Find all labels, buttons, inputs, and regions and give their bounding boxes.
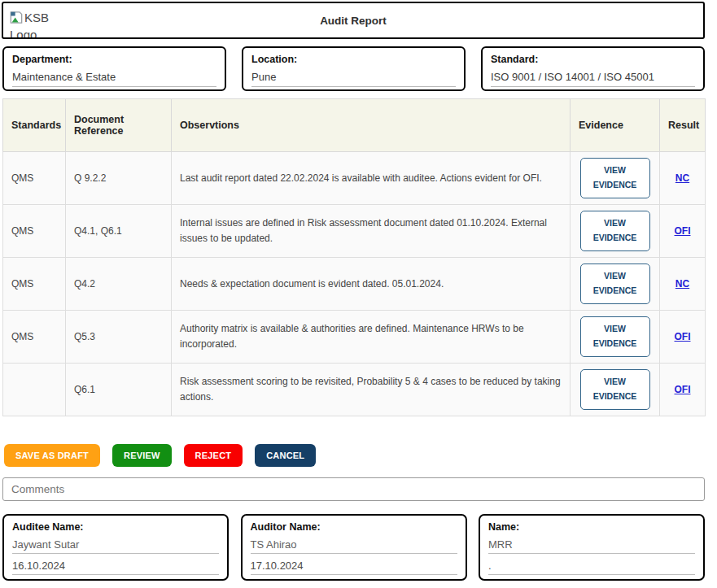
location-value[interactable]: Pune xyxy=(251,71,456,87)
cell-standard: QMS xyxy=(3,152,66,205)
reject-button[interactable]: REJECT xyxy=(184,444,243,467)
result-link[interactable]: OFI xyxy=(675,225,691,237)
col-header-document-reference: Document Reference xyxy=(66,99,172,152)
col-header-standards: Standards xyxy=(3,99,66,152)
report-header: KSB Logo Audit Report xyxy=(2,2,705,39)
view-evidence-button[interactable]: VIEW EVIDENCE xyxy=(580,264,650,304)
signatures-row: Auditee Name: Jaywant Sutar 16.10.2024 A… xyxy=(2,514,705,581)
result-link[interactable]: OFI xyxy=(675,331,691,342)
standard-field: Standard: ISO 9001 / ISO 14001 / ISO 450… xyxy=(481,46,705,91)
cell-standard xyxy=(3,364,66,416)
name-date-value[interactable]: . xyxy=(488,560,695,575)
top-fields-row: Department: Maintenance & Estate Locatio… xyxy=(2,46,705,91)
cell-observation: Internal issues are defined in Risk asse… xyxy=(172,205,571,258)
auditee-date-value[interactable]: 16.10.2024 xyxy=(12,560,219,575)
auditee-name-label: Auditee Name: xyxy=(12,521,219,533)
page-title: Audit Report xyxy=(3,15,703,27)
table-row: QMS Q 9.2.2 Last audit report dated 22.0… xyxy=(3,152,706,205)
auditor-name-label: Auditor Name: xyxy=(251,521,457,533)
table-row: QMS Q4.2 Needs & expectation document is… xyxy=(3,258,706,311)
view-evidence-button[interactable]: VIEW EVIDENCE xyxy=(580,316,650,357)
cancel-button[interactable]: CANCEL xyxy=(255,444,316,467)
name-label: Name: xyxy=(488,521,695,533)
cell-doc-reference: Q6.1 xyxy=(66,364,172,416)
col-header-result: Result xyxy=(660,99,706,152)
table-row: QMS Q4.1, Q6.1 Internal issues are defin… xyxy=(3,205,706,258)
auditor-signature-box: Auditor Name: TS Ahirao 17.10.2024 xyxy=(241,514,467,581)
cell-standard: QMS xyxy=(3,311,66,364)
cell-observation: Last audit report dated 22.02.2024 is av… xyxy=(172,152,571,205)
cell-standard: QMS xyxy=(3,258,66,311)
auditee-signature-box: Auditee Name: Jaywant Sutar 16.10.2024 xyxy=(2,514,229,581)
name-value[interactable]: MRR xyxy=(488,538,695,554)
result-link[interactable]: OFI xyxy=(675,384,691,395)
save-as-draft-button[interactable]: SAVE AS DRAFT xyxy=(4,444,100,467)
actions-row: SAVE AS DRAFT REVIEW REJECT CANCEL xyxy=(4,444,717,467)
cell-doc-reference: Q 9.2.2 xyxy=(66,152,172,205)
standard-label: Standard: xyxy=(491,54,695,65)
observations-table: Standards Document Reference Observtions… xyxy=(2,98,706,416)
col-header-observations: Observtions xyxy=(172,99,571,152)
cell-doc-reference: Q4.2 xyxy=(66,258,172,311)
auditor-name-value[interactable]: TS Ahirao xyxy=(251,538,457,554)
view-evidence-button[interactable]: VIEW EVIDENCE xyxy=(580,158,650,198)
review-button[interactable]: REVIEW xyxy=(112,444,172,467)
comments-input[interactable] xyxy=(2,477,705,501)
cell-doc-reference: Q4.1, Q6.1 xyxy=(66,205,172,258)
standard-value[interactable]: ISO 9001 / ISO 14001 / ISO 45001 xyxy=(491,71,695,87)
cell-observation: Risk assessment scoring to be revisited,… xyxy=(172,364,571,416)
cell-observation: Needs & expectation document is evident … xyxy=(172,258,571,311)
result-link[interactable]: NC xyxy=(675,278,689,290)
table-row: QMS Q5.3 Authority matrix is available &… xyxy=(3,311,706,364)
table-header-row: Standards Document Reference Observtions… xyxy=(3,99,706,152)
cell-doc-reference: Q5.3 xyxy=(66,311,172,364)
col-header-evidence: Evidence xyxy=(571,99,660,152)
table-row: Q6.1 Risk assessment scoring to be revis… xyxy=(3,364,706,416)
audit-report-page: KSB Logo Audit Report Department: Mainte… xyxy=(0,2,717,588)
location-label: Location: xyxy=(251,54,456,65)
cell-observation: Authority matrix is available & authorit… xyxy=(172,311,571,364)
department-label: Department: xyxy=(12,54,216,65)
result-link[interactable]: NC xyxy=(675,172,689,184)
auditee-name-value[interactable]: Jaywant Sutar xyxy=(12,538,219,554)
view-evidence-button[interactable]: VIEW EVIDENCE xyxy=(580,369,650,410)
department-value[interactable]: Maintenance & Estate xyxy=(12,71,216,87)
location-field: Location: Pune xyxy=(242,46,466,91)
department-field: Department: Maintenance & Estate xyxy=(2,46,226,91)
cell-standard: QMS xyxy=(3,205,66,258)
mrr-signature-box: Name: MRR . xyxy=(479,514,705,581)
auditor-date-value[interactable]: 17.10.2024 xyxy=(251,560,457,575)
view-evidence-button[interactable]: VIEW EVIDENCE xyxy=(580,211,650,251)
